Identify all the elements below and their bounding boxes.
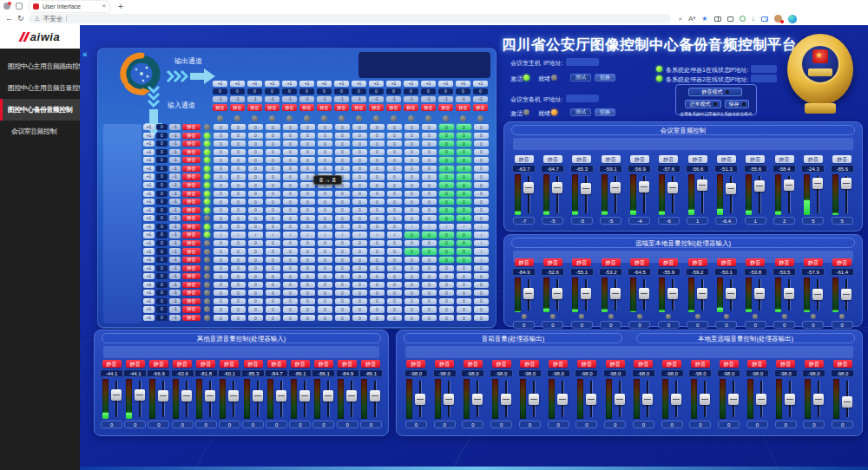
matrix-cell[interactable]: 0 [283, 215, 298, 221]
matrix-cell[interactable]: 0 [457, 240, 471, 246]
matrix-cell[interactable]: 0 [439, 149, 454, 155]
output-mute-button[interactable]: 静音 [230, 104, 245, 111]
matrix-cell[interactable]: 0 [422, 240, 437, 246]
matrix-cell[interactable]: 0 [248, 140, 263, 147]
slider-handle[interactable] [557, 394, 568, 405]
channel-mute-button[interactable]: 静音 [688, 258, 707, 266]
matrix-cell[interactable]: 0 [335, 257, 350, 263]
matrix-cell[interactable]: 0 [439, 240, 454, 246]
matrix-cell[interactable]: 0 [474, 306, 489, 312]
matrix-cell[interactable]: 0 [474, 182, 489, 188]
volume-slider[interactable] [812, 174, 823, 215]
volume-slider[interactable] [615, 379, 625, 419]
gain-minus-button[interactable]: -1 [213, 96, 227, 102]
matrix-cell[interactable]: 0 [283, 224, 298, 230]
channel-mute-button[interactable]: 静音 [406, 360, 425, 368]
slider-handle[interactable] [523, 182, 534, 193]
slider-handle[interactable] [552, 288, 562, 299]
matrix-cell[interactable]: 0 [387, 282, 402, 288]
matrix-cell[interactable]: 0 [214, 306, 228, 312]
gain-minus-button[interactable]: -1 [169, 306, 181, 312]
matrix-cell[interactable]: 0 [300, 140, 315, 147]
matrix-cell[interactable]: 0 [300, 240, 315, 246]
gain-zero-button[interactable]: 0 [421, 88, 436, 95]
matrix-cell[interactable]: 0 [283, 315, 298, 321]
gain-minus-button[interactable]: -1 [404, 96, 418, 102]
volume-slider[interactable] [728, 379, 739, 419]
volume-slider[interactable] [228, 379, 239, 419]
channel-mute-button[interactable]: 静音 [549, 360, 568, 368]
input-mute-button[interactable]: 静音 [182, 265, 201, 271]
gain-plus-button[interactable]: +1 [265, 81, 279, 87]
matrix-cell[interactable]: 0 [283, 265, 298, 271]
channel-mute-button[interactable]: 静音 [691, 360, 710, 368]
matrix-cell[interactable]: 0 [266, 140, 280, 147]
matrix-cell[interactable]: 0 [404, 232, 419, 238]
matrix-cell[interactable]: 0 [214, 207, 228, 213]
matrix-cell[interactable]: / [248, 232, 263, 238]
matrix-cell[interactable]: 0 [318, 306, 332, 312]
channel-mute-button[interactable]: 静音 [746, 155, 765, 163]
matrix-cell[interactable]: 0 [370, 224, 385, 230]
gain-plus-button[interactable]: +1 [143, 315, 155, 321]
matrix-cell[interactable]: 0 [266, 315, 280, 321]
gain-zero-button[interactable]: 0 [156, 298, 168, 304]
matrix-cell[interactable]: 0 [266, 240, 280, 246]
matrix-cell[interactable]: 0 [283, 257, 298, 263]
channel-mute-button[interactable]: 静音 [126, 360, 145, 368]
slider-handle[interactable] [697, 288, 707, 299]
slider-handle[interactable] [667, 288, 678, 299]
gain-minus-button[interactable]: -1 [247, 96, 262, 102]
slider-handle[interactable] [785, 394, 795, 405]
matrix-cell[interactable]: 0 [404, 191, 419, 197]
matrix-cell[interactable]: 0 [300, 157, 315, 163]
matrix-cell[interactable]: 0 [370, 149, 385, 155]
matrix-cell[interactable]: 0 [404, 248, 419, 254]
gain-zero-button[interactable]: 0 [386, 88, 401, 95]
processor1-ip-field[interactable] [751, 65, 777, 73]
matrix-cell[interactable]: 0 [335, 140, 350, 147]
matrix-cell[interactable]: 0 [335, 215, 350, 221]
matrix-cell[interactable]: 0 [387, 240, 402, 246]
gain-zero-button[interactable]: 0 [156, 157, 168, 163]
slider-handle[interactable] [586, 394, 596, 405]
channel-mute-button[interactable]: 静音 [338, 360, 357, 368]
gain-minus-button[interactable]: -1 [169, 257, 181, 263]
gain-plus-button[interactable]: +1 [143, 173, 155, 180]
matrix-cell[interactable]: 0 [404, 182, 419, 188]
matrix-cell[interactable]: 0 [404, 290, 419, 296]
volume-slider[interactable] [697, 174, 707, 215]
gain-plus-button[interactable]: +1 [143, 215, 155, 221]
matrix-cell[interactable]: 0 [439, 265, 454, 271]
input-mute-button[interactable]: 静音 [182, 182, 201, 188]
input-mute-button[interactable]: 静音 [182, 157, 201, 163]
matrix-cell[interactable]: 0 [248, 207, 263, 213]
matrix-cell[interactable]: 0 [214, 273, 228, 279]
matrix-cell[interactable]: 0 [422, 315, 437, 321]
output-mute-button[interactable]: 静音 [299, 104, 314, 111]
gain-plus-button[interactable]: +1 [143, 306, 155, 312]
gain-zero-button[interactable]: 0 [369, 88, 384, 95]
gain-minus-button[interactable]: -1 [169, 215, 181, 221]
matrix-cell[interactable]: 0 [283, 290, 298, 296]
matrix-cell[interactable]: 0 [335, 248, 350, 254]
gain-plus-button[interactable]: +1 [143, 232, 155, 238]
matrix-cell[interactable]: 0 [352, 133, 367, 139]
gain-zero-button[interactable]: 0 [156, 315, 168, 321]
matrix-cell[interactable]: 0 [457, 157, 471, 163]
gain-zero-button[interactable]: 0 [156, 215, 168, 221]
matrix-cell[interactable]: 0 [352, 290, 367, 296]
slider-handle[interactable] [529, 394, 539, 405]
matrix-cell[interactable]: 0 [231, 182, 246, 188]
matrix-cell[interactable]: 0 [318, 290, 332, 296]
matrix-cell[interactable]: 0 [352, 191, 367, 197]
matrix-cell[interactable]: 0 [370, 306, 385, 312]
matrix-cell[interactable]: 0 [231, 306, 246, 312]
matrix-cell[interactable]: 0 [214, 157, 228, 163]
edge-logo-icon[interactable] [788, 15, 797, 23]
matrix-cell[interactable]: 0 [335, 282, 350, 288]
gain-zero-button[interactable]: 0 [156, 166, 168, 172]
matrix-cell[interactable]: 0 [370, 199, 385, 205]
matrix-cell[interactable]: 0 [335, 149, 350, 155]
gain-minus-button[interactable]: -1 [317, 96, 332, 102]
